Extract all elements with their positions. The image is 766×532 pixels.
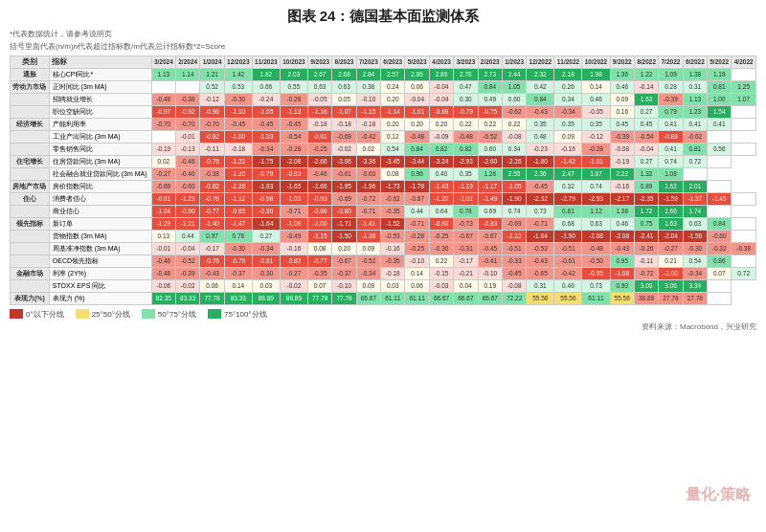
cell-value [708,205,732,217]
cell-value: 0.28 [659,80,683,93]
cell-value: -0.70 [200,118,224,130]
cell-value: -0.45 [280,118,307,130]
cell-value: -0.45 [478,242,502,255]
col-header-label: 指标 [49,55,151,68]
cell-value: 88.89 [252,292,280,304]
col-header-18: 9/2022 [610,55,634,68]
cell-value: -1.15 [356,105,380,118]
cell-value: -0.82 [200,130,224,143]
cell-value: 0.84 [405,143,429,155]
cell-value: 2.73 [478,68,502,80]
col-header-3: 12/2023 [224,55,252,68]
cell-value: -0.26 [634,242,658,255]
cell-value: -1.21 [176,217,200,230]
cell-value: -0.12 [582,130,610,143]
cell-value: 3.06 [659,279,683,292]
cell-value: -0.48 [405,130,429,143]
cell-category: 劳动力市场 [11,80,50,93]
col-header-15: 12/2022 [527,55,554,68]
cell-label: 职位空缺同比 [49,105,151,118]
cell-value: 2.55 [502,167,526,180]
cell-value: 0.30 [454,93,478,105]
cell-value: 0.84 [478,80,502,93]
cell-value: 0.45 [610,118,634,130]
cell-value [732,118,756,130]
cell-value: 0.27 [252,230,280,242]
cell-value: -0.43 [610,242,634,255]
cell-value: -0.67 [478,230,502,242]
cell-value: -0.60 [176,180,200,192]
cell-value: -0.81 [252,255,280,267]
cell-category: 通胀 [11,68,50,80]
cell-value: -0.41 [478,255,502,267]
cell-value: -2.35 [634,192,658,205]
cell-value [708,155,732,167]
col-header-16: 11/2022 [554,55,582,68]
cell-value: -0.17 [200,242,224,255]
legend-label: 75°100°分线 [224,309,267,320]
cell-value: -0.35 [381,205,405,217]
cell-value [708,279,732,292]
cell-value: -0.37 [332,267,356,279]
cell-value: 2.89 [429,68,453,80]
cell-label: 利率 (2Y%) [49,267,151,279]
cell-value: -1.75 [252,155,280,167]
cell-value: 0.74 [659,155,683,167]
cell-value: 0.08 [307,242,331,255]
cell-value: 0.05 [332,93,356,105]
cell-value: -0.19 [151,143,175,155]
cell-value: -0.43 [527,105,554,118]
cell-value: 0.82 [454,143,478,155]
cell-label: 社会融合就业贷款同比 (3m MA) [49,167,151,180]
cell-label: 消费者信心 [49,192,151,205]
cell-value [732,105,756,118]
cell-value: -0.19 [610,155,634,167]
cell-value: 0.06 [405,279,429,292]
cell-value: 55.56 [610,292,634,304]
cell-value: 0.20 [381,118,405,130]
cell-value: 77.78 [332,292,356,304]
col-header-1: 2/2024 [176,55,200,68]
cell-value: -0.37 [224,267,252,279]
cell-value: -0.15 [429,267,453,279]
cell-value: -1.40 [200,217,224,230]
cell-value: -1.07 [332,105,356,118]
page-title: 图表 24：德国基本面监测体系 [10,8,756,26]
cell-value [732,68,756,80]
cell-value: -0.11 [200,143,224,155]
cell-label: 货物指数 (3m MA) [49,230,151,242]
col-header-12: 3/2023 [454,55,478,68]
cell-value: 1.66 [659,205,683,217]
cell-value: -1.03 [280,192,307,205]
cell-value: -0.62 [502,105,526,118]
cell-value: 0.16 [610,105,634,118]
header-row: 类别指标3/20242/20241/202412/202311/202310/2… [11,55,756,68]
cell-value: 2.01 [683,180,707,192]
page-container: 图表 24：德国基本面监测体系 *代表数据统计，请参考说明页 括号里面代表(n/… [0,0,766,532]
cell-value: -2.60 [478,155,502,167]
cell-value: -1.16 [307,105,331,118]
table-row: 金融市场利率 (2Y%)-0.48-0.39-0.43-0.37-0.30-0.… [11,267,756,279]
cell-value: 1.63 [659,217,683,230]
cell-value: -0.39 [659,93,683,105]
cell-value: -0.08 [502,279,526,292]
cell-value: 0.42 [527,80,554,93]
cell-value: -0.30 [224,242,252,255]
cell-value: -1.64 [527,230,554,242]
cell-value: -0.35 [381,255,405,267]
cell-value: -0.52 [176,255,200,267]
cell-value [732,192,756,205]
cell-value: -0.38 [176,93,200,105]
cell-value: -1.49 [478,192,502,205]
table-row: 社会融合就业贷款同比 (3m MA)-0.27-0.40-0.38-1.20-0… [11,167,756,180]
table-row: 住宅增长住房贷款同比 (3m MA)0.02-0.46-0.76-1.22-1.… [11,155,756,167]
cell-value: -0.71 [527,217,554,230]
cell-value: -0.43 [527,255,554,267]
cell-value: -0.46 [307,167,331,180]
cell-value: 1.12 [582,205,610,217]
cell-value: -0.28 [280,143,307,155]
cell-value: 0.09 [610,93,634,105]
cell-value: 0.24 [381,80,405,93]
cell-value: -0.67 [405,192,429,205]
cell-value: -0.90 [176,205,200,217]
